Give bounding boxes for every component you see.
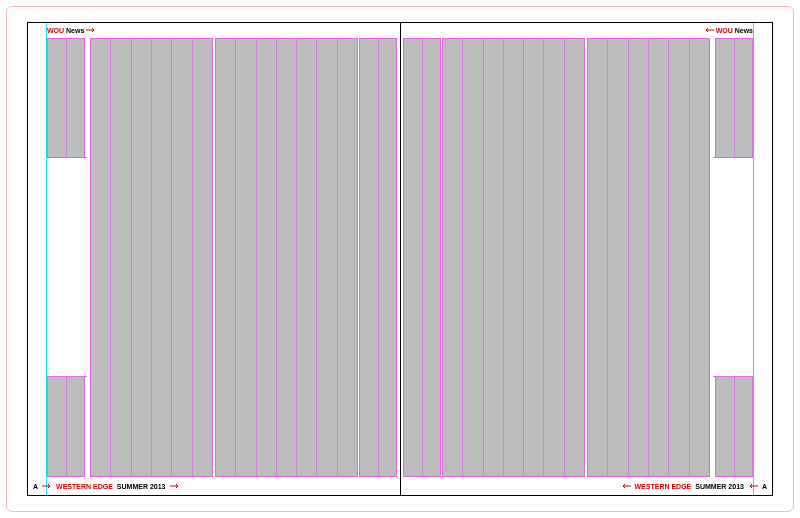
running-header-left: WOU News <box>47 27 96 34</box>
text-frame-col1[interactable] <box>90 38 213 477</box>
arrow-right-icon <box>170 483 180 489</box>
page-spread: WOU News A WE <box>27 22 773 496</box>
publication-name: WESTERN EDGE <box>635 483 692 490</box>
issue-label: SUMMER 2013 <box>117 483 166 490</box>
left-page: WOU News A WE <box>28 23 401 495</box>
text-frame-gutter[interactable] <box>359 38 397 477</box>
header-section: News <box>735 27 753 34</box>
right-page: WOU News A SUMMER 2013 WESTERN <box>401 23 773 495</box>
text-frame-col2[interactable] <box>215 38 358 477</box>
running-footer-right: A SUMMER 2013 WESTERN EDGE <box>621 483 768 490</box>
publication-name: WESTERN EDGE <box>56 483 113 490</box>
frame-gap <box>47 157 87 377</box>
arrow-right-icon <box>42 483 52 489</box>
page-number: A <box>33 483 38 490</box>
text-frame-gutter[interactable] <box>403 38 441 477</box>
arrow-left-icon <box>621 483 631 489</box>
page-number: A <box>762 483 767 490</box>
header-section: News <box>66 27 84 34</box>
margin-guide-right <box>753 23 754 495</box>
arrow-right-icon <box>86 27 96 33</box>
text-frame-sidebar[interactable] <box>715 38 753 477</box>
header-brand: WOU <box>47 27 64 34</box>
header-brand: WOU <box>716 27 733 34</box>
running-header-right: WOU News <box>704 27 753 34</box>
arrow-left-icon <box>748 483 758 489</box>
text-frame-sidebar[interactable] <box>47 38 85 477</box>
arrow-left-icon <box>704 27 714 33</box>
frame-gap <box>713 157 753 377</box>
text-frame-col1[interactable] <box>587 38 710 477</box>
content-area-right <box>407 38 754 477</box>
content-area-left <box>47 38 394 477</box>
text-frame-col2[interactable] <box>442 38 585 477</box>
issue-label: SUMMER 2013 <box>695 483 744 490</box>
running-footer-left: A WESTERN EDGE SUMMER 2013 <box>33 483 180 490</box>
